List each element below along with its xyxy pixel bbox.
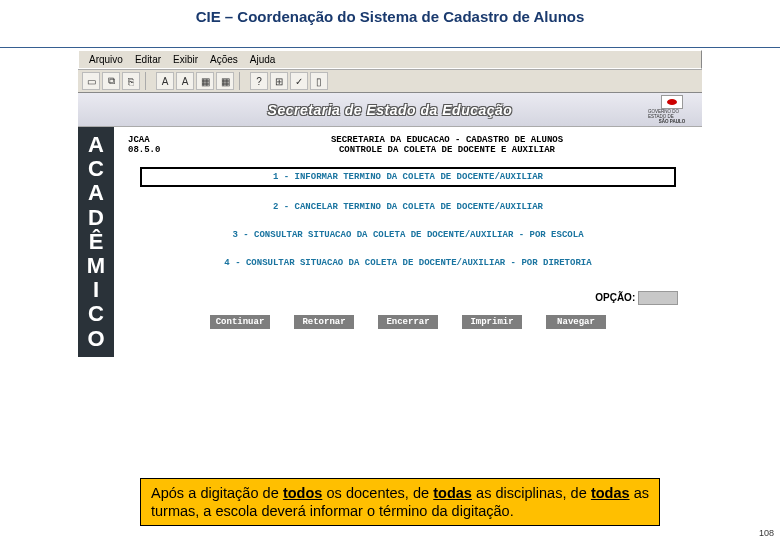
navegar-button[interactable]: Navegar bbox=[546, 315, 606, 329]
terminal-title1: SECRETARIA DA EDUCACAO - CADASTRO DE ALU… bbox=[206, 135, 688, 145]
copy-icon[interactable]: ⧉ bbox=[102, 72, 120, 90]
opcao-input[interactable] bbox=[638, 291, 678, 305]
a-icon[interactable]: A bbox=[156, 72, 174, 90]
annotation-note: Após a digitação de todos os docentes, d… bbox=[140, 478, 660, 526]
slide-title: CIE – Coordenação do Sistema de Cadastro… bbox=[0, 0, 780, 29]
sidebar-letter-8: O bbox=[87, 327, 104, 351]
note-u2: todas bbox=[433, 485, 472, 501]
note-t2: os docentes, de bbox=[322, 485, 433, 501]
imprimir-button[interactable]: Imprimir bbox=[462, 315, 522, 329]
sp-flag-icon bbox=[661, 95, 683, 109]
sidebar-letter-7: C bbox=[88, 302, 104, 326]
app-window: Arquivo Editar Exibir Ações Ajuda ▭⧉⎘AA▦… bbox=[78, 50, 702, 357]
toolbar: ▭⧉⎘AA▦▦?⊞✓▯ bbox=[78, 69, 702, 93]
help-icon[interactable]: ? bbox=[250, 72, 268, 90]
note-t1: Após a digitação de bbox=[151, 485, 283, 501]
sidebar-letter-0: A bbox=[88, 133, 104, 157]
terminal-panel: JCAA SECRETARIA DA EDUCACAO - CADASTRO D… bbox=[114, 127, 702, 357]
toolbar-separator bbox=[239, 72, 245, 90]
sp-logo: GOVERNO DO ESTADO DE SÃO PAULO bbox=[648, 95, 696, 125]
sidebar-letter-2: A bbox=[88, 181, 104, 205]
page-number: 108 bbox=[759, 528, 774, 538]
bottom-buttons: Continuar Retornar Encerrar Imprimir Nav… bbox=[128, 311, 688, 339]
menu-option-4[interactable]: 4 - CONSULTAR SITUACAO DA COLETA DE DOCE… bbox=[140, 255, 676, 271]
menu-option-3[interactable]: 3 - CONSULTAR SITUACAO DA COLETA DE DOCE… bbox=[140, 227, 676, 243]
divider bbox=[0, 47, 780, 48]
sidebar-letter-1: C bbox=[88, 157, 104, 181]
note-t3: as disciplinas, de bbox=[472, 485, 591, 501]
retornar-button[interactable]: Retornar bbox=[294, 315, 354, 329]
logo-line2: SÃO PAULO bbox=[659, 120, 685, 125]
grid-icon[interactable]: ▦ bbox=[196, 72, 214, 90]
menubar: Arquivo Editar Exibir Ações Ajuda bbox=[78, 50, 702, 69]
terminal-code: JCAA bbox=[128, 135, 206, 145]
opcao-row: OPÇÃO: bbox=[128, 291, 678, 305]
terminal-version: 08.5.0 bbox=[128, 145, 206, 155]
check-icon[interactable]: ✓ bbox=[290, 72, 308, 90]
note-u3: todas bbox=[591, 485, 630, 501]
terminal-title2: CONTROLE DA COLETA DE DOCENTE E AUXILIAR bbox=[206, 145, 688, 155]
continuar-button[interactable]: Continuar bbox=[210, 315, 270, 329]
sidebar-letter-4: Ê bbox=[89, 230, 104, 254]
sidebar-letter-3: D bbox=[88, 206, 104, 230]
calc-icon[interactable]: ⊞ bbox=[270, 72, 288, 90]
sidebar-letter-5: M bbox=[87, 254, 105, 278]
a2-icon[interactable]: A bbox=[176, 72, 194, 90]
new-icon[interactable]: ▭ bbox=[82, 72, 100, 90]
opcao-label: OPÇÃO: bbox=[595, 292, 635, 303]
menu-arquivo[interactable]: Arquivo bbox=[83, 53, 129, 66]
sidebar-letter-6: I bbox=[93, 278, 99, 302]
paste-icon[interactable]: ⎘ bbox=[122, 72, 140, 90]
menu-editar[interactable]: Editar bbox=[129, 53, 167, 66]
menu-exibir[interactable]: Exibir bbox=[167, 53, 204, 66]
doc-icon[interactable]: ▯ bbox=[310, 72, 328, 90]
banner-text: Secretaria de Estado da Educação bbox=[268, 102, 513, 118]
menu-option-2[interactable]: 2 - CANCELAR TERMINO DA COLETA DE DOCENT… bbox=[140, 199, 676, 215]
terminal-menu: 1 - INFORMAR TERMINO DA COLETA DE DOCENT… bbox=[128, 167, 688, 271]
encerrar-button[interactable]: Encerrar bbox=[378, 315, 438, 329]
menu-option-1[interactable]: 1 - INFORMAR TERMINO DA COLETA DE DOCENT… bbox=[140, 167, 676, 187]
menu-ajuda[interactable]: Ajuda bbox=[244, 53, 282, 66]
sidebar-academico: ACADÊMICO bbox=[78, 127, 114, 357]
menu-acoes[interactable]: Ações bbox=[204, 53, 244, 66]
banner: Secretaria de Estado da Educação GOVERNO… bbox=[78, 93, 702, 127]
toolbar-separator bbox=[145, 72, 151, 90]
grid2-icon[interactable]: ▦ bbox=[216, 72, 234, 90]
content-area: ACADÊMICO JCAA SECRETARIA DA EDUCACAO - … bbox=[78, 127, 702, 357]
note-u1: todos bbox=[283, 485, 322, 501]
